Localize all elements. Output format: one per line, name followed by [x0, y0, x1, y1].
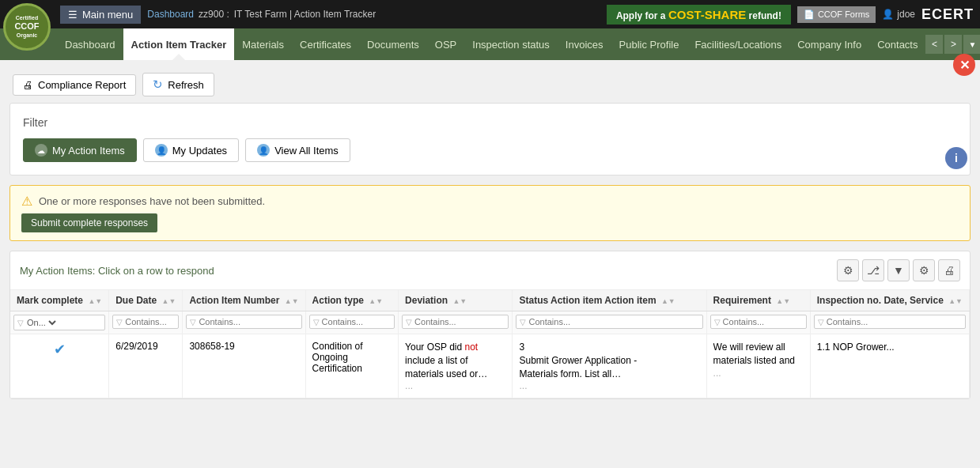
data-table: Mark complete ▲▼ Due Date ▲▼ Action Item… — [10, 290, 970, 398]
refresh-icon: ↻ — [153, 77, 163, 92]
nav-public-profile[interactable]: Public Profile — [611, 28, 687, 60]
col-action-type: Action type ▲▼ — [305, 290, 399, 311]
person-icon: 👤 — [155, 144, 168, 157]
table-print-button[interactable]: 🖨 — [938, 259, 960, 281]
cell-requirement: We will review all materials listed and … — [706, 334, 810, 398]
status-filter[interactable]: ▽ — [516, 315, 702, 329]
filter-buttons: ☁ My Action Items 👤 My Updates 👤 View Al… — [23, 138, 957, 162]
table-tools-button[interactable]: ⚙ — [837, 259, 859, 281]
submit-complete-responses-button[interactable]: Submit complete responses — [21, 213, 157, 232]
col-deviation: Deviation ▲▼ — [399, 290, 513, 311]
mark-complete-select[interactable]: On... — [24, 317, 59, 328]
person-all-icon: 👤 — [257, 144, 270, 157]
main-menu-button[interactable]: ☰ Main menu — [60, 6, 141, 24]
cell-action-type: Condition of Ongoing Certification — [305, 334, 399, 398]
table-row[interactable]: ✔ 6/29/2019 308658-19 Condition of Ongoi… — [10, 334, 970, 398]
filter-my-updates[interactable]: 👤 My Updates — [143, 138, 239, 162]
nav-contacts[interactable]: Contacts — [869, 28, 925, 60]
print-table-icon: 🖨 — [944, 264, 955, 277]
close-button[interactable]: ✕ — [953, 54, 975, 76]
document-icon: 📄 — [804, 9, 815, 20]
col-status: Status Action item Action item ▲▼ — [513, 290, 706, 311]
requirement-filter-input[interactable] — [723, 317, 803, 326]
col-requirement: Requirement ▲▼ — [706, 290, 810, 311]
cost-share-button[interactable]: Apply for a COST-SHARE refund! — [607, 5, 791, 25]
col-due-date: Due Date ▲▼ — [109, 290, 183, 311]
checkmark-icon: ✔ — [17, 341, 102, 358]
ccof-forms-button[interactable]: 📄 CCOF Forms — [797, 6, 876, 23]
cell-inspection: 1.1 NOP Grower... — [810, 334, 969, 398]
ecert-logo: ECERT — [921, 6, 974, 23]
inspection-filter[interactable]: ▽ — [814, 315, 966, 329]
breadcrumb: Dashboard zz900 : IT Test Farm | Action … — [147, 9, 600, 20]
branch-icon: ⎇ — [867, 264, 880, 277]
nav-materials[interactable]: Materials — [234, 28, 292, 60]
nav-action-item-tracker[interactable]: Action Item Tracker — [123, 28, 235, 60]
action-item-number-filter[interactable]: ▽ — [186, 315, 301, 329]
info-button[interactable]: i — [945, 147, 967, 169]
nav-prev-button[interactable]: < — [925, 35, 943, 54]
nav-bar: Dashboard Action Item Tracker Materials … — [0, 28, 980, 60]
refresh-button[interactable]: ↻ Refresh — [142, 73, 214, 96]
nav-invoices[interactable]: Invoices — [558, 28, 611, 60]
due-date-filter[interactable]: ▽ — [112, 315, 179, 329]
compliance-report-button[interactable]: 🖨 Compliance Report — [13, 74, 136, 96]
nav-certificates[interactable]: Certificates — [292, 28, 359, 60]
requirement-filter[interactable]: ▽ — [710, 315, 807, 329]
cell-due-date: 6/29/2019 — [109, 334, 183, 398]
warning-banner: ⚠ One or more responses have not been su… — [9, 185, 971, 241]
filter-view-all-items[interactable]: 👤 View All Items — [245, 138, 350, 162]
ccof-logo: Certified CCOF Organic — [3, 3, 51, 51]
action-item-number-filter-input[interactable] — [199, 317, 297, 326]
nav-inspection-status[interactable]: Inspection status — [464, 28, 558, 60]
cell-deviation: Your OSP did not include a list of mater… — [399, 334, 513, 398]
table-actions: ⚙ ⎇ ▼ ⚙ 🖨 — [837, 259, 960, 281]
table-section: My Action Items: Click on a row to respo… — [9, 251, 971, 399]
user-area: 👤 jdoe — [882, 9, 915, 20]
dashboard-breadcrumb-link[interactable]: Dashboard — [147, 9, 194, 20]
settings-icon: ⚙ — [919, 264, 929, 277]
table-filter-button[interactable]: ▼ — [887, 259, 910, 281]
col-mark-complete: Mark complete ▲▼ — [10, 290, 109, 311]
user-icon: 👤 — [882, 9, 894, 20]
warning-icon: ⚠ — [21, 194, 32, 209]
deviation-filter-input[interactable] — [414, 317, 505, 326]
cell-mark-complete: ✔ — [10, 334, 109, 398]
nav-company-info[interactable]: Company Info — [789, 28, 869, 60]
due-date-filter-input[interactable] — [125, 317, 175, 326]
filter-title: Filter — [23, 116, 957, 129]
table-filter-row: ▽ On... ▽ — [10, 311, 970, 334]
filter-my-action-items[interactable]: ☁ My Action Items — [23, 138, 137, 162]
status-filter-input[interactable] — [528, 317, 698, 326]
cloud-icon: ☁ — [35, 144, 47, 157]
mark-complete-filter[interactable]: ▽ On... — [13, 315, 105, 330]
nav-dropdown-button[interactable]: ▼ — [963, 35, 980, 54]
table-branch-button[interactable]: ⎇ — [862, 259, 884, 281]
nav-facilities-locations[interactable]: Facilities/Locations — [687, 28, 789, 60]
deviation-filter[interactable]: ▽ — [402, 315, 509, 329]
inspection-filter-input[interactable] — [827, 317, 962, 326]
funnel-icon: ▼ — [893, 264, 904, 277]
print-icon: 🖨 — [23, 79, 33, 91]
col-inspection: Inspection no. Date, Service ▲▼ — [810, 290, 969, 311]
main-menu-label: Main menu — [82, 9, 133, 21]
nav-next-button[interactable]: > — [944, 35, 962, 54]
hamburger-icon: ☰ — [68, 9, 78, 21]
cell-status: 3Submit Grower Application - Materials f… — [513, 334, 706, 398]
nav-documents[interactable]: Documents — [359, 28, 427, 60]
table-title: My Action Items: Click on a row to respo… — [20, 265, 214, 277]
table-settings-button[interactable]: ⚙ — [913, 259, 935, 281]
cell-action-item-number: 308658-19 — [183, 334, 305, 398]
toolbar: 🖨 Compliance Report ↻ Refresh — [9, 66, 971, 103]
action-type-filter[interactable]: ▽ — [309, 315, 395, 329]
nav-osp[interactable]: OSP — [427, 28, 464, 60]
tools-icon: ⚙ — [843, 264, 853, 277]
col-action-item-number: Action Item Number ▲▼ — [183, 290, 305, 311]
action-type-filter-input[interactable] — [322, 317, 392, 326]
nav-dashboard[interactable]: Dashboard — [57, 28, 123, 60]
filter-section: Filter ☁ My Action Items 👤 My Updates 👤 … — [9, 103, 971, 176]
